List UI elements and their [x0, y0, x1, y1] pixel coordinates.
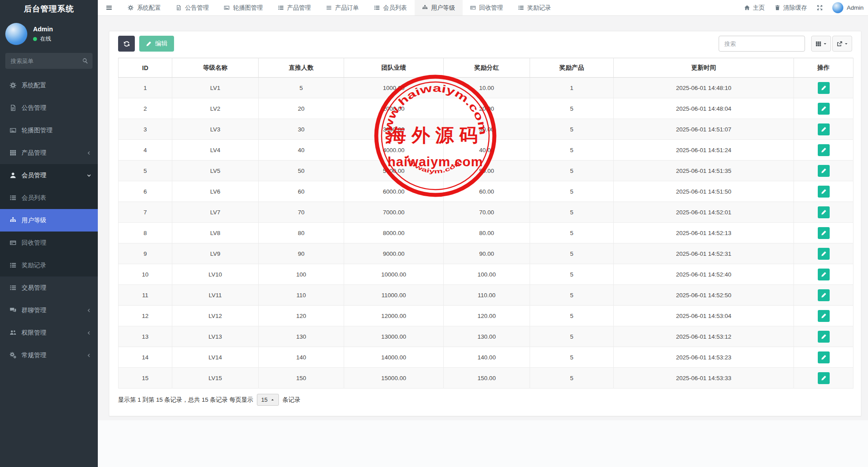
topnav-item[interactable]: 用户等级: [415, 0, 463, 15]
table-row: 3LV3303000.0030.0052025-06-01 14:51:07: [119, 119, 853, 140]
expand-icon: [817, 5, 823, 11]
trash-icon: [775, 5, 780, 11]
edit-row-button[interactable]: [818, 186, 830, 198]
topnav-item[interactable]: 会员列表: [367, 0, 415, 15]
table-cell-actions: [794, 119, 853, 140]
menu-search-input[interactable]: [5, 53, 93, 69]
pencil-icon: [146, 41, 152, 47]
sidebar-item[interactable]: 权限管理: [0, 321, 98, 344]
edit-row-button[interactable]: [818, 123, 830, 135]
sidebar-menu: 系统配置公告管理轮播图管理产品管理会员管理会员列表用户等级回收管理奖励记录交易管…: [0, 74, 98, 366]
topnav-item[interactable]: 公告管理: [168, 0, 216, 15]
list-icon: [10, 194, 16, 201]
sidebar-item[interactable]: 产品管理: [0, 142, 98, 164]
topnav-item[interactable]: 轮播图管理: [216, 0, 271, 15]
table-cell: 2025-06-01 14:52:40: [614, 264, 794, 285]
table-cell: LV4: [172, 140, 259, 161]
sidebar-item[interactable]: 群聊管理: [0, 299, 98, 321]
search-icon: [82, 58, 88, 64]
chevron-left-icon: [87, 308, 91, 313]
column-header: 更新时间: [614, 58, 794, 78]
chevron-left-icon: [87, 353, 91, 358]
edit-row-button[interactable]: [818, 310, 830, 322]
sidebar-item[interactable]: 系统配置: [0, 74, 98, 97]
sidebar-search: [5, 53, 93, 69]
sidebar-subitem[interactable]: 奖励记录: [0, 254, 98, 276]
users-icon: [10, 329, 16, 336]
sidebar-item[interactable]: 交易管理: [0, 276, 98, 299]
table-cell-actions: [794, 161, 853, 181]
table-cell: 2025-06-01 14:52:01: [614, 202, 794, 223]
table-cell-actions: [794, 306, 853, 326]
sidebar-item-label: 公告管理: [22, 104, 46, 112]
table-row: 14LV1414014000.00140.0052025-06-01 14:53…: [119, 347, 853, 368]
edit-row-button[interactable]: [818, 289, 830, 301]
home-link[interactable]: 主页: [744, 4, 765, 12]
user-panel: Admin 在线: [0, 18, 98, 49]
edit-row-button[interactable]: [818, 248, 830, 260]
table-search-input[interactable]: [719, 36, 805, 52]
table-cell: 130: [259, 326, 344, 347]
refresh-button[interactable]: [118, 36, 135, 52]
table-row: 2LV2202000.0020.0052025-06-01 14:48:04: [119, 98, 853, 119]
sidebar-item-label: 群聊管理: [22, 306, 46, 314]
columns-button[interactable]: [811, 36, 831, 52]
edit-row-button[interactable]: [818, 269, 830, 280]
edit-row-button[interactable]: [818, 206, 830, 218]
topnav-item[interactable]: 回收管理: [463, 0, 511, 15]
column-header: ID: [119, 58, 172, 78]
sidebar-item-label: 常规管理: [22, 351, 46, 359]
table-cell: 150: [259, 368, 344, 389]
sidebar-toggle-button[interactable]: [98, 0, 120, 15]
edit-row-button[interactable]: [818, 351, 830, 363]
topnav-item[interactable]: 产品管理: [271, 0, 319, 15]
table-cell: LV1: [172, 78, 259, 98]
pencil-icon: [821, 106, 827, 112]
table-cell: 1: [530, 78, 614, 98]
table-cell: 5: [530, 161, 614, 181]
sidebar-subitem[interactable]: 会员列表: [0, 187, 98, 209]
topnav-item[interactable]: 系统配置: [120, 0, 168, 15]
edit-row-button[interactable]: [818, 331, 830, 343]
table-tools: [811, 36, 852, 52]
edit-row-button[interactable]: [818, 165, 830, 177]
table-cell: 90.00: [444, 243, 530, 264]
user-name: Admin: [33, 26, 53, 33]
topnav-item[interactable]: 产品订单: [319, 0, 367, 15]
edit-row-button[interactable]: [818, 372, 830, 384]
table-cell: 6000.00: [344, 181, 444, 202]
export-button[interactable]: [832, 36, 852, 52]
clear-cache-link[interactable]: 清除缓存: [775, 4, 807, 12]
page-size-select[interactable]: 15: [257, 394, 279, 406]
column-header: 奖励产品: [530, 58, 614, 78]
edit-button-label: 编辑: [155, 40, 167, 48]
edit-row-button[interactable]: [818, 227, 830, 239]
user-menu[interactable]: Admin: [832, 2, 864, 13]
edit-button[interactable]: 编辑: [139, 36, 174, 52]
topnav-item[interactable]: 奖励记录: [511, 0, 559, 15]
pagination: 显示第 1 到第 15 条记录，总共 15 条记录 每页显示 15 条记录: [118, 394, 852, 406]
table-cell: 70.00: [444, 202, 530, 223]
edit-row-button[interactable]: [818, 82, 830, 94]
table-cell: LV7: [172, 202, 259, 223]
fullscreen-button[interactable]: [817, 5, 823, 11]
table-cell-actions: [794, 326, 853, 347]
sidebar-item[interactable]: 常规管理: [0, 344, 98, 366]
topnav-items: 系统配置公告管理轮播图管理产品管理产品订单会员列表用户等级回收管理奖励记录: [120, 0, 559, 15]
table-cell: 5: [530, 98, 614, 119]
table-cell: 2025-06-01 14:51:35: [614, 161, 794, 181]
sidebar-subitem[interactable]: 用户等级: [0, 209, 98, 232]
clear-cache-label: 清除缓存: [783, 4, 807, 12]
sidebar-item[interactable]: 公告管理: [0, 97, 98, 119]
sidebar-item[interactable]: 轮播图管理: [0, 119, 98, 142]
table-cell: 130.00: [444, 326, 530, 347]
table-cell: 5: [530, 119, 614, 140]
sidebar-subitem[interactable]: 回收管理: [0, 232, 98, 254]
edit-row-button[interactable]: [818, 103, 830, 115]
sidebar-item[interactable]: 会员管理: [0, 164, 98, 187]
edit-row-button[interactable]: [818, 144, 830, 156]
grid-icon: [816, 41, 821, 47]
pencil-icon: [821, 251, 827, 257]
topnav-right: 主页 清除缓存 Admin: [744, 0, 868, 15]
table-cell-actions: [794, 347, 853, 368]
